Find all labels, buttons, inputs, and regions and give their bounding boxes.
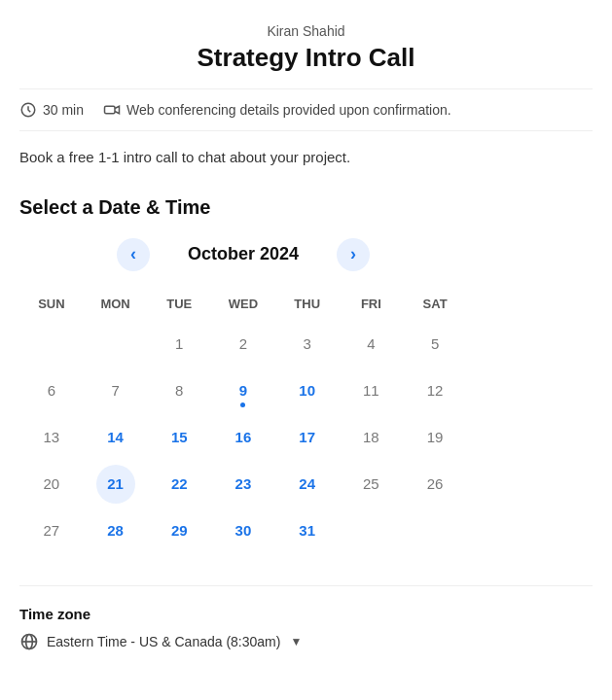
calendar-week-3: 20212223242526 bbox=[19, 461, 467, 508]
calendar-cell bbox=[84, 321, 148, 368]
calendar-cell: 11 bbox=[340, 368, 404, 414]
calendar-cell: 30 bbox=[211, 508, 275, 554]
calendar-cell: 21 bbox=[84, 461, 148, 508]
calendar-cell: 29 bbox=[147, 508, 211, 554]
calendar-header: ‹ October 2024 › bbox=[19, 238, 467, 271]
day-9[interactable]: 9 bbox=[224, 371, 263, 410]
day-21[interactable]: 21 bbox=[96, 465, 135, 504]
timezone-value: Eastern Time - US & Canada (8:30am) bbox=[47, 634, 280, 649]
description: Book a free 1-1 intro call to chat about… bbox=[19, 147, 593, 169]
day-28[interactable]: 28 bbox=[96, 511, 135, 550]
calendar-cell: 18 bbox=[340, 414, 404, 461]
globe-icon bbox=[19, 632, 39, 651]
weekday-wed: WED bbox=[211, 291, 275, 321]
day-6: 6 bbox=[32, 371, 71, 410]
day-2: 2 bbox=[224, 325, 263, 364]
calendar-cell: 26 bbox=[403, 461, 467, 508]
day-31[interactable]: 31 bbox=[288, 511, 327, 550]
calendar-cell: 27 bbox=[19, 508, 84, 554]
day-16[interactable]: 16 bbox=[224, 418, 263, 457]
weekday-sat: SAT bbox=[403, 291, 467, 321]
video-icon bbox=[103, 101, 121, 119]
calendar-cell bbox=[340, 508, 404, 554]
weekday-row: SUN MON TUE WED THU FRI SAT bbox=[19, 291, 467, 321]
meta-row: 30 min Web conferencing details provided… bbox=[19, 88, 593, 131]
day-7: 7 bbox=[96, 371, 135, 410]
weekday-sun: SUN bbox=[19, 291, 84, 321]
calendar-cell: 7 bbox=[84, 368, 148, 414]
header: Kiran Shahid Strategy Intro Call bbox=[19, 23, 593, 73]
calendar-cell: 14 bbox=[84, 414, 148, 461]
day-1: 1 bbox=[160, 325, 198, 364]
day-15[interactable]: 15 bbox=[160, 418, 198, 457]
timezone-section: Time zone Eastern Time - US & Canada (8:… bbox=[19, 585, 593, 651]
day-18: 18 bbox=[351, 418, 390, 457]
calendar-week-0: 12345 bbox=[19, 321, 467, 368]
calendar-week-2: 13141516171819 bbox=[19, 414, 467, 461]
timezone-label: Time zone bbox=[19, 606, 593, 622]
day-17[interactable]: 17 bbox=[288, 418, 327, 457]
calendar-cell: 1 bbox=[147, 321, 211, 368]
timezone-selector[interactable]: Eastern Time - US & Canada (8:30am) ▼ bbox=[19, 632, 593, 651]
calendar-cell: 10 bbox=[275, 368, 340, 414]
weekday-thu: THU bbox=[275, 291, 340, 321]
dropdown-arrow-icon: ▼ bbox=[290, 635, 302, 648]
svg-rect-1 bbox=[105, 106, 116, 114]
calendar-cell: 31 bbox=[275, 508, 340, 554]
day-26: 26 bbox=[415, 465, 454, 504]
calendar-cell: 9 bbox=[211, 368, 275, 414]
day-20: 20 bbox=[32, 465, 71, 504]
next-month-button[interactable]: › bbox=[337, 238, 370, 271]
day-14[interactable]: 14 bbox=[96, 418, 135, 457]
day-10[interactable]: 10 bbox=[288, 371, 327, 410]
section-title: Select a Date & Time bbox=[19, 196, 593, 219]
clock-icon bbox=[19, 101, 37, 119]
duration-item: 30 min bbox=[19, 101, 84, 119]
calendar-cell: 22 bbox=[147, 461, 211, 508]
calendar-cell bbox=[403, 508, 467, 554]
day-27: 27 bbox=[32, 511, 71, 550]
calendar-cell: 19 bbox=[403, 414, 467, 461]
day-25: 25 bbox=[351, 465, 390, 504]
day-29[interactable]: 29 bbox=[160, 511, 198, 550]
calendar-cell: 3 bbox=[275, 321, 340, 368]
calendar: ‹ October 2024 › SUN MON TUE WED THU FRI… bbox=[19, 238, 467, 554]
day-22[interactable]: 22 bbox=[160, 465, 198, 504]
month-label: October 2024 bbox=[165, 244, 321, 264]
calendar-cell: 16 bbox=[211, 414, 275, 461]
calendar-cell: 28 bbox=[84, 508, 148, 554]
calendar-cell: 25 bbox=[340, 461, 404, 508]
conference-label: Web conferencing details provided upon c… bbox=[126, 102, 451, 118]
calendar-cell: 20 bbox=[19, 461, 84, 508]
day-30[interactable]: 30 bbox=[224, 511, 263, 550]
weekday-mon: MON bbox=[84, 291, 148, 321]
calendar-grid: SUN MON TUE WED THU FRI SAT 123456789101… bbox=[19, 291, 467, 554]
calendar-week-4: 2728293031 bbox=[19, 508, 467, 554]
calendar-cell: 17 bbox=[275, 414, 340, 461]
calendar-cell: 23 bbox=[211, 461, 275, 508]
weekday-fri: FRI bbox=[340, 291, 404, 321]
day-4: 4 bbox=[351, 325, 390, 364]
calendar-week-1: 6789101112 bbox=[19, 368, 467, 414]
day-11: 11 bbox=[351, 371, 390, 410]
calendar-cell: 4 bbox=[340, 321, 404, 368]
calendar-cell: 5 bbox=[403, 321, 467, 368]
event-title: Strategy Intro Call bbox=[19, 43, 593, 73]
day-8: 8 bbox=[160, 371, 198, 410]
day-3: 3 bbox=[288, 325, 327, 364]
day-5: 5 bbox=[415, 325, 454, 364]
day-23[interactable]: 23 bbox=[224, 465, 263, 504]
organizer-name: Kiran Shahid bbox=[19, 23, 593, 39]
day-19: 19 bbox=[415, 418, 454, 457]
calendar-cell: 12 bbox=[403, 368, 467, 414]
conference-item: Web conferencing details provided upon c… bbox=[103, 101, 451, 119]
prev-month-button[interactable]: ‹ bbox=[117, 238, 150, 271]
calendar-cell: 6 bbox=[19, 368, 84, 414]
day-12: 12 bbox=[415, 371, 454, 410]
day-13: 13 bbox=[32, 418, 71, 457]
calendar-cell: 24 bbox=[275, 461, 340, 508]
weekday-tue: TUE bbox=[147, 291, 211, 321]
duration-label: 30 min bbox=[43, 102, 84, 118]
day-24[interactable]: 24 bbox=[288, 465, 327, 504]
calendar-cell bbox=[19, 321, 84, 368]
